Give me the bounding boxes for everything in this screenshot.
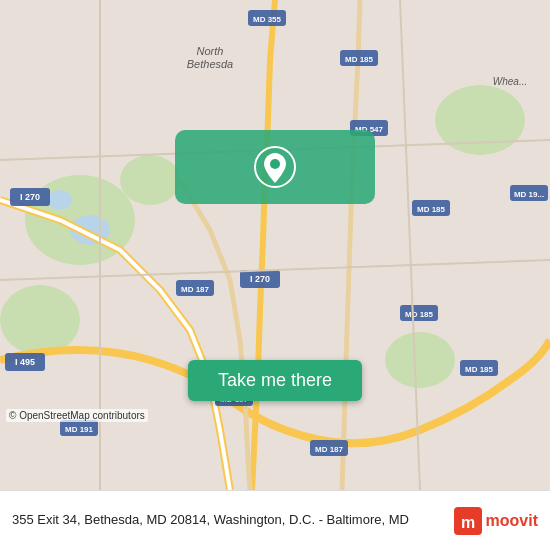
svg-point-2 (120, 155, 180, 205)
svg-text:MD 185: MD 185 (417, 205, 446, 214)
moovit-icon: m (454, 507, 482, 535)
svg-text:MD 185: MD 185 (405, 310, 434, 319)
svg-text:Whea...: Whea... (493, 76, 527, 87)
svg-point-3 (0, 285, 80, 355)
svg-text:North: North (197, 45, 224, 57)
svg-text:I 495: I 495 (15, 357, 35, 367)
overlay-card: Take me there (175, 130, 375, 204)
osm-attribution: © OpenStreetMap contributors (6, 409, 148, 422)
svg-point-46 (270, 159, 280, 169)
svg-text:MD 185: MD 185 (345, 55, 374, 64)
take-me-there-button[interactable]: Take me there (188, 360, 362, 401)
svg-point-5 (385, 332, 455, 388)
map-container: I 270 MD 355 MD 355 I 495 MD 187 MD 187 … (0, 0, 550, 490)
svg-text:I 270: I 270 (20, 192, 40, 202)
svg-text:MD 187: MD 187 (181, 285, 210, 294)
svg-text:MD 187: MD 187 (315, 445, 344, 454)
svg-text:MD 355: MD 355 (253, 15, 282, 24)
moovit-brand-text: moovit (486, 512, 538, 530)
svg-text:MD 19...: MD 19... (514, 190, 544, 199)
info-bar: 355 Exit 34, Bethesda, MD 20814, Washing… (0, 490, 550, 550)
svg-text:m: m (460, 514, 474, 531)
svg-text:I 270: I 270 (250, 274, 270, 284)
svg-text:Bethesda: Bethesda (187, 58, 233, 70)
address-text: 355 Exit 34, Bethesda, MD 20814, Washing… (12, 512, 409, 529)
svg-text:MD 191: MD 191 (65, 425, 94, 434)
moovit-logo: m moovit (454, 507, 538, 535)
svg-point-7 (48, 190, 72, 210)
svg-text:MD 185: MD 185 (465, 365, 494, 374)
location-pin-icon (253, 145, 297, 189)
